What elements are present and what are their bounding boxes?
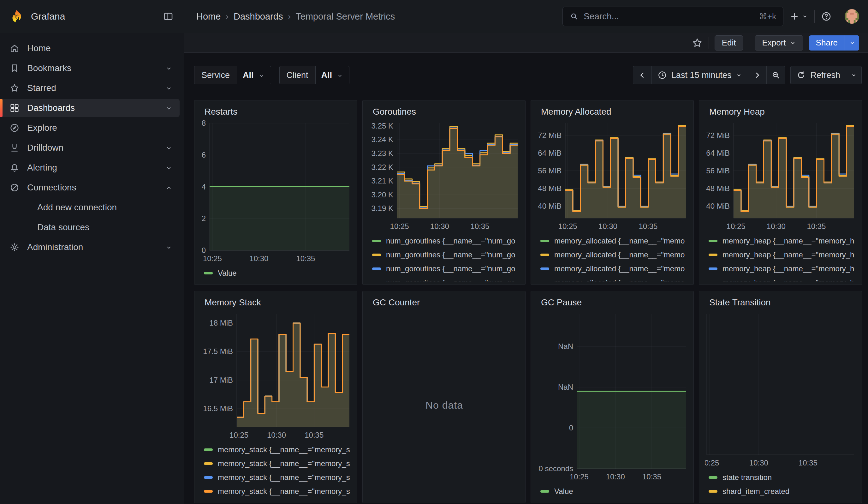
legend-item[interactable]: num_goroutines {__name__="num_go <box>372 248 520 262</box>
breadcrumb-dashboards[interactable]: Dashboards <box>234 11 283 22</box>
legend-label: memory_allocated {__name__="memo <box>554 278 685 281</box>
sidebar-item-alerting[interactable]: Alerting <box>0 158 179 177</box>
panel-title[interactable]: State Transition <box>705 296 857 311</box>
sidebar-item-dashboards[interactable]: Dashboards <box>0 99 179 117</box>
legend-item[interactable]: shard_item_created <box>709 484 857 498</box>
legend-item[interactable]: memory_heap {__name__="memory_h <box>709 262 857 276</box>
legend-label: memory_heap {__name__="memory_h <box>723 237 854 245</box>
svg-text:10:35: 10:35 <box>639 222 658 230</box>
share-dropdown-button[interactable] <box>845 35 859 51</box>
search-shortcut: ⌘+k <box>759 12 776 21</box>
timeseries-chart[interactable]: 0 seconds0NaNNaN10:2510:3010:35 <box>537 311 689 483</box>
sidebar-item-add-new-connection[interactable]: Add new connection <box>0 198 179 217</box>
filter-value-dropdown[interactable]: All <box>316 66 349 84</box>
timeseries-chart[interactable]: 0246810:2510:3010:35 <box>200 120 352 264</box>
time-shift-forward-button[interactable] <box>748 66 767 84</box>
panel-title[interactable]: GC Counter <box>368 296 520 311</box>
chevron-down-icon <box>337 72 343 79</box>
legend-item[interactable]: memory_stack {__name__="memory_s <box>204 443 352 457</box>
breadcrumb-home[interactable]: Home <box>196 11 221 22</box>
legend-item[interactable]: state transition <box>709 471 857 484</box>
edit-button[interactable]: Edit <box>715 35 743 51</box>
help-button[interactable] <box>821 11 832 22</box>
refresh-interval-button[interactable] <box>846 66 862 84</box>
sidebar-item-explore[interactable]: Explore <box>0 119 179 137</box>
dock-menu-button[interactable] <box>161 10 175 23</box>
sidebar-item-label: Explore <box>27 123 57 133</box>
timeseries-chart[interactable]: 40 MiB48 MiB56 MiB64 MiB72 MiB10:2510:30… <box>537 120 689 232</box>
sidebar-item-drilldown[interactable]: Drilldown <box>0 138 179 157</box>
filter-value-dropdown[interactable]: All <box>237 66 271 84</box>
search-box[interactable]: ⌘+k <box>562 7 783 26</box>
panel-title[interactable]: GC Pause <box>537 296 689 311</box>
sidebar-item-home[interactable]: Home <box>0 39 179 58</box>
legend-color-dash <box>372 240 381 242</box>
export-button[interactable]: Export <box>755 35 803 51</box>
timeseries-chart[interactable]: 16.5 MiB17 MiB17.5 MiB18 MiB10:2510:3010… <box>200 311 352 441</box>
legend-item[interactable]: memory_stack {__name__="memory_s <box>204 457 352 471</box>
panel-gc-pause: GC Pause0 seconds0NaNNaN10:2510:3010:35V… <box>530 291 694 503</box>
svg-text:10:30: 10:30 <box>249 254 268 263</box>
legend-item[interactable]: memory_heap {__name__="memory_h <box>709 248 857 262</box>
legend-item[interactable]: memory_heap {__name__="memory_h <box>709 276 857 281</box>
time-range-label: Last 15 minutes <box>671 70 732 80</box>
svg-text:10:35: 10:35 <box>807 222 826 230</box>
time-range-picker-button[interactable]: Last 15 minutes <box>651 66 748 84</box>
panel-title[interactable]: Memory Heap <box>705 105 857 120</box>
legend-color-dash <box>372 254 381 256</box>
refresh-label: Refresh <box>810 70 840 80</box>
legend-item[interactable]: memory_stack {__name__="memory_s <box>204 471 352 484</box>
svg-text:10:25: 10:25 <box>558 222 577 230</box>
panel-title[interactable]: Memory Allocated <box>537 105 689 120</box>
sidebar-item-administration[interactable]: Administration <box>0 238 179 256</box>
timeseries-chart[interactable]: 10:2510:3010:35 <box>705 311 857 469</box>
legend-item[interactable]: memory_allocated {__name__="memo <box>540 248 689 262</box>
sidebar-item-starred[interactable]: Starred <box>0 79 179 97</box>
dock-icon <box>163 11 174 22</box>
zoom-out-button[interactable] <box>766 66 785 84</box>
panel-restarts: Restarts0246810:2510:3010:35Value <box>194 100 357 285</box>
panel-goroutines: Goroutines3.19 K3.20 K3.21 K3.22 K3.23 K… <box>362 100 526 285</box>
legend-item[interactable]: memory_stack {__name__="memory_s <box>204 484 352 498</box>
dashboard-content: Edit Export Share ServiceAllClientAll <box>184 33 868 504</box>
add-new-button[interactable] <box>790 12 808 21</box>
panel-state-transition: State Transition10:2510:3010:35state tra… <box>699 291 862 503</box>
legend-label: state transition <box>723 473 772 482</box>
legend-item[interactable]: memory_heap {__name__="memory_h <box>709 234 857 248</box>
legend-label: memory_heap {__name__="memory_h <box>723 250 854 259</box>
legend-item[interactable]: num_goroutines {__name__="num_go <box>372 234 520 248</box>
sidebar-item-connections[interactable]: Connections <box>0 178 179 197</box>
timeseries-chart[interactable]: 3.19 K3.20 K3.21 K3.22 K3.23 K3.24 K3.25… <box>368 120 520 232</box>
panel-title[interactable]: Memory Stack <box>200 296 352 311</box>
legend-item[interactable]: memory_allocated {__name__="memo <box>540 276 689 281</box>
breadcrumb-separator: › <box>226 12 228 21</box>
filter-client[interactable]: ClientAll <box>279 66 350 84</box>
legend-item[interactable]: memory_allocated {__name__="memo <box>540 262 689 276</box>
star-icon <box>692 37 703 49</box>
time-shift-back-button[interactable] <box>633 66 652 84</box>
user-avatar[interactable] <box>845 9 859 24</box>
panel-title[interactable]: Restarts <box>200 105 352 120</box>
legend-item[interactable]: Value <box>540 484 689 498</box>
svg-text:10:30: 10:30 <box>598 222 617 230</box>
filter-service[interactable]: ServiceAll <box>194 66 271 84</box>
favorite-star-button[interactable] <box>692 37 703 49</box>
sidebar-item-bookmarks[interactable]: Bookmarks <box>0 59 179 78</box>
chevron-down-icon <box>165 65 173 72</box>
refresh-button[interactable]: Refresh <box>790 66 846 84</box>
share-button[interactable]: Share <box>809 35 845 51</box>
sidebar-item-data-sources[interactable]: Data sources <box>0 218 179 237</box>
share-label: Share <box>816 38 838 48</box>
no-data-message: No data <box>368 311 520 500</box>
legend-item[interactable]: num_goroutines {__name__="num_go <box>372 262 520 276</box>
legend-item[interactable]: Value <box>204 266 352 280</box>
timeseries-chart[interactable]: 40 MiB48 MiB56 MiB64 MiB72 MiB10:2510:30… <box>705 120 857 232</box>
legend-label: memory_stack {__name__="memory_s <box>218 459 350 468</box>
template-variable-filters: ServiceAllClientAll <box>194 66 349 84</box>
legend-item[interactable]: memory_allocated {__name__="memo <box>540 234 689 248</box>
legend-item[interactable]: num_goroutines {__name__="num_go <box>372 276 520 281</box>
legend-color-dash <box>540 254 549 256</box>
search-input[interactable] <box>583 11 754 21</box>
svg-text:17.5 MiB: 17.5 MiB <box>203 347 233 356</box>
panel-title[interactable]: Goroutines <box>368 105 520 120</box>
